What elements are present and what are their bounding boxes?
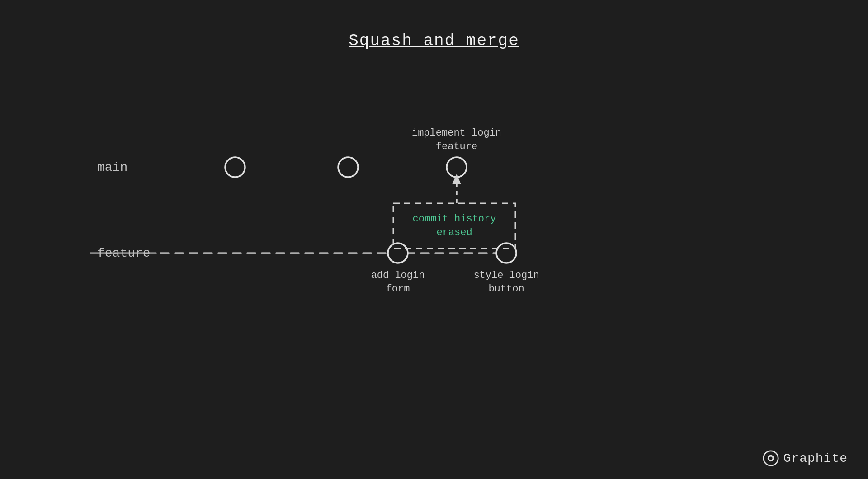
history-erased-label-line2: erased <box>436 227 472 238</box>
graphite-logo-icon <box>763 450 779 466</box>
feature-commit-1-label-line1: add login <box>371 270 425 281</box>
diagram: main implement login feature feature add… <box>0 0 868 479</box>
main-commit-3-label-line2: feature <box>436 141 477 152</box>
svg-point-4 <box>769 456 772 460</box>
feature-commit-2-label-line1: style login <box>473 270 539 281</box>
feature-commit-1-label-line2: form <box>386 283 410 295</box>
main-commit-2 <box>338 157 358 177</box>
branding: Graphite <box>763 450 848 466</box>
graphite-brand-name: Graphite <box>783 451 848 465</box>
main-branch-label: main <box>97 160 127 174</box>
main-commit-3-label-line1: implement login <box>412 127 501 139</box>
feature-commit-2 <box>496 243 516 263</box>
history-erased-box <box>393 203 515 249</box>
feature-commit-2-label-line2: button <box>488 283 524 295</box>
feature-commit-1 <box>388 243 408 263</box>
feature-branch-label: feature <box>97 246 151 260</box>
history-erased-label-line1: commit history <box>413 213 496 225</box>
main-commit-1 <box>225 157 245 177</box>
